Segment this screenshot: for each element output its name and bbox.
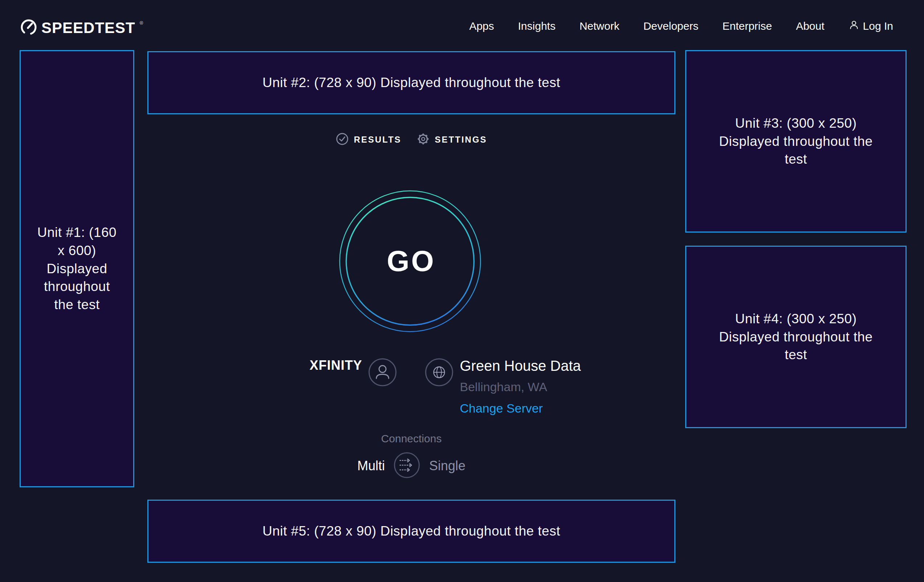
ad-unit-5: Unit #5: (728 x 90) Displayed throughout… xyxy=(147,500,675,563)
nav-item-insights[interactable]: Insights xyxy=(518,20,555,32)
user-icon xyxy=(848,19,860,33)
server-globe-circle-icon xyxy=(425,358,454,388)
results-tab-label: RESULTS xyxy=(354,135,401,145)
ad-unit-1: Unit #1: (160 x 600) Displayed throughou… xyxy=(20,50,134,487)
speedtest-page: SPEEDTEST ® Apps Insights Network Develo… xyxy=(0,0,924,582)
nav-item-network[interactable]: Network xyxy=(579,20,619,32)
isp-user-circle-icon xyxy=(368,358,397,388)
ad-unit-3-text: Unit #3: (300 x 250) Displayed throughou… xyxy=(718,114,874,169)
ad-unit-2: Unit #2: (728 x 90) Displayed throughout… xyxy=(147,51,675,114)
connections-single-label[interactable]: Single xyxy=(429,458,465,473)
nav-item-about[interactable]: About xyxy=(796,20,824,32)
main-nav: Apps Insights Network Developers Enterpr… xyxy=(469,19,893,33)
logo-text: SPEEDTEST xyxy=(41,19,135,37)
connections-multi-label[interactable]: Multi xyxy=(357,458,385,473)
trademark-mark: ® xyxy=(140,20,144,26)
nav-item-enterprise[interactable]: Enterprise xyxy=(722,20,772,32)
go-button[interactable]: GO xyxy=(338,190,482,333)
connections-heading: Connections xyxy=(147,432,675,445)
go-button-label: GO xyxy=(338,190,482,333)
nav-item-developers[interactable]: Developers xyxy=(644,20,699,32)
nav-item-apps[interactable]: Apps xyxy=(469,20,494,32)
isp-ip-redacted xyxy=(284,381,361,391)
ad-unit-2-text: Unit #2: (728 x 90) Displayed throughout… xyxy=(262,74,560,92)
speedtest-logo[interactable]: SPEEDTEST ® xyxy=(20,18,143,38)
gear-icon xyxy=(417,132,430,147)
ad-unit-4-text: Unit #4: (300 x 250) Displayed throughou… xyxy=(718,310,874,364)
speedometer-gauge-icon xyxy=(20,18,38,38)
check-circle-icon xyxy=(336,132,349,147)
ad-unit-4: Unit #4: (300 x 250) Displayed throughou… xyxy=(685,246,907,428)
ad-unit-5-text: Unit #5: (728 x 90) Displayed throughout… xyxy=(262,522,560,540)
ad-unit-1-text: Unit #1: (160 x 600) Displayed throughou… xyxy=(33,224,121,314)
tab-settings[interactable]: SETTINGS xyxy=(417,132,487,147)
server-info: Green House Data Bellingham, WA Change S… xyxy=(460,358,581,415)
connection-mode-toggle-icon[interactable] xyxy=(393,452,421,480)
login-button[interactable]: Log In xyxy=(848,19,893,33)
change-server-link[interactable]: Change Server xyxy=(460,401,581,415)
ad-unit-3: Unit #3: (300 x 250) Displayed throughou… xyxy=(685,50,907,232)
server-name: Green House Data xyxy=(460,358,581,374)
connections-row: Multi Single xyxy=(147,452,675,480)
isp-name: XFINITY xyxy=(254,358,362,373)
tab-results[interactable]: RESULTS xyxy=(336,132,401,147)
login-label: Log In xyxy=(863,20,893,32)
tab-bar: RESULTS SETTINGS xyxy=(147,131,675,148)
server-location: Bellingham, WA xyxy=(460,380,581,394)
settings-tab-label: SETTINGS xyxy=(435,135,487,145)
